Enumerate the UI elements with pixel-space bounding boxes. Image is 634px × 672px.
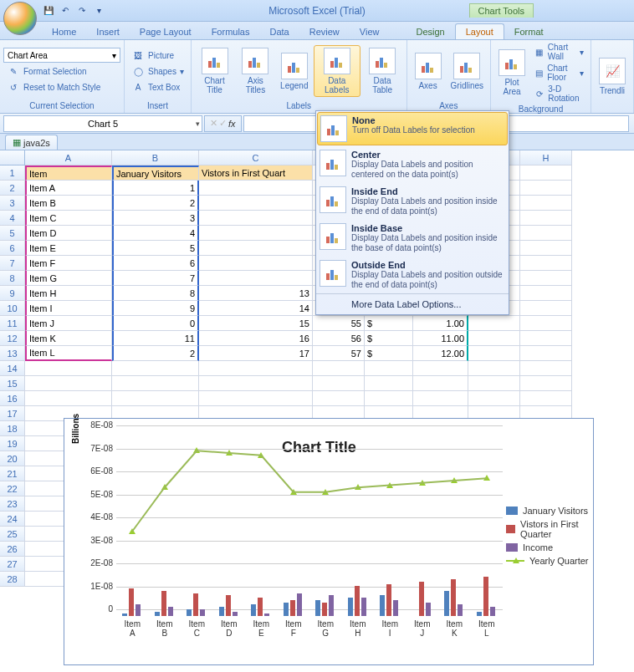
chart-wall-button[interactable]: ▦Chart Wall ▾ (531, 42, 587, 62)
cell-H16[interactable] (520, 391, 572, 406)
row-header-17[interactable]: 17 (0, 406, 25, 421)
cell-H11[interactable] (520, 316, 572, 331)
cell-E15[interactable] (365, 376, 413, 391)
cell-C13[interactable]: 17 (199, 346, 313, 361)
cell-A5[interactable]: Item D (25, 226, 112, 241)
cell-H2[interactable] (520, 181, 572, 196)
cell-H14[interactable] (520, 361, 572, 376)
cell-C11[interactable]: 15 (199, 316, 313, 331)
dropdown-item-none[interactable]: NoneTurn off Data Labels for selection (317, 112, 508, 145)
row-header-5[interactable]: 5 (0, 226, 25, 241)
cell-C15[interactable] (199, 376, 313, 391)
save-icon[interactable]: 💾 (42, 4, 55, 18)
bar-January-Visitors[interactable] (477, 612, 482, 617)
cell-C12[interactable]: 16 (199, 331, 313, 346)
cell-C2[interactable] (199, 181, 313, 196)
cell-B8[interactable]: 7 (112, 271, 199, 286)
row-header-20[interactable]: 20 (0, 451, 25, 466)
cell-B13[interactable]: 2 (112, 346, 199, 361)
cell-E13[interactable]: $ (365, 346, 413, 361)
cell-D16[interactable] (313, 391, 365, 406)
cell-B3[interactable]: 2 (112, 196, 199, 211)
cell-B1[interactable]: January Visitors (112, 165, 199, 181)
tab-design[interactable]: Design (406, 24, 454, 39)
dropdown-item-center[interactable]: CenterDisplay Data Labels and position c… (316, 146, 509, 183)
cell-H8[interactable] (520, 271, 572, 286)
picture-button[interactable]: 🖼Picture (128, 48, 187, 63)
bar-January-Visitors[interactable] (122, 613, 127, 616)
more-data-label-options[interactable]: More Data Label Options... (316, 293, 509, 314)
cell-H5[interactable] (520, 226, 572, 241)
axes-button[interactable]: Axes (411, 51, 446, 92)
cell-B10[interactable]: 9 (112, 301, 199, 316)
cell-G12[interactable] (468, 331, 520, 346)
column-header-A[interactable]: A (25, 150, 112, 165)
cell-A7[interactable]: Item F (25, 256, 112, 271)
cell-D13[interactable]: 57 (313, 346, 365, 361)
cell-B14[interactable] (112, 361, 199, 376)
cell-C3[interactable] (199, 196, 313, 211)
cell-F16[interactable] (413, 391, 468, 406)
enter-icon[interactable]: ✓ (219, 118, 227, 129)
cell-B2[interactable]: 1 (112, 181, 199, 196)
tab-layout[interactable]: Layout (455, 23, 504, 39)
row-header-4[interactable]: 4 (0, 211, 25, 226)
cell-E16[interactable] (365, 391, 413, 406)
cell-B6[interactable]: 5 (112, 241, 199, 256)
redo-icon[interactable]: ↷ (75, 4, 89, 18)
row-header-24[interactable]: 24 (0, 512, 25, 527)
trendline-button[interactable]: 📈Trendli (595, 56, 630, 97)
select-all-corner[interactable] (0, 150, 25, 165)
cell-B7[interactable]: 6 (112, 256, 199, 271)
cell-G16[interactable] (468, 391, 520, 406)
row-header-25[interactable]: 25 (0, 527, 25, 542)
row-header-2[interactable]: 2 (0, 181, 25, 196)
tab-home[interactable]: Home (42, 24, 86, 39)
axis-titles-button[interactable]: Axis Titles (236, 46, 275, 96)
dropdown-item-inside-end[interactable]: Inside EndDisplay Data Labels and positi… (316, 183, 509, 220)
cell-H3[interactable] (520, 196, 572, 211)
cell-E12[interactable]: $ (365, 331, 413, 346)
column-header-B[interactable]: B (112, 150, 199, 165)
row-header-23[interactable]: 23 (0, 496, 25, 512)
3d-rotation-button[interactable]: ⟳3-D Rotation (531, 84, 587, 104)
cell-B4[interactable]: 3 (112, 211, 199, 226)
row-header-13[interactable]: 13 (0, 346, 25, 361)
cell-A16[interactable] (25, 391, 112, 406)
row-header-22[interactable]: 22 (0, 481, 25, 496)
row-header-19[interactable]: 19 (0, 436, 25, 451)
plot-area-button[interactable]: Plot Area (494, 48, 529, 98)
row-header-15[interactable]: 15 (0, 376, 25, 391)
cell-F13[interactable]: 12.00 (413, 346, 468, 361)
bar-January-Visitors[interactable] (155, 612, 160, 617)
cell-D12[interactable]: 56 (313, 331, 365, 346)
cell-C8[interactable] (199, 271, 313, 286)
tab-insert[interactable]: Insert (86, 24, 130, 39)
cell-C6[interactable] (199, 241, 313, 256)
cell-H1[interactable] (520, 165, 572, 181)
office-button[interactable] (3, 2, 37, 35)
legend-item[interactable]: January Visitors (506, 506, 593, 516)
dropdown-item-outside-end[interactable]: Outside EndDisplay Data Labels and posit… (316, 257, 509, 293)
row-header-3[interactable]: 3 (0, 196, 25, 211)
cell-G11[interactable] (468, 316, 520, 331)
cell-A10[interactable]: Item I (25, 301, 112, 316)
dropdown-item-inside-base[interactable]: Inside BaseDisplay Data Labels and posit… (316, 220, 509, 257)
cell-G15[interactable] (468, 376, 520, 391)
bar-Income[interactable] (233, 612, 238, 617)
row-header-10[interactable]: 10 (0, 301, 25, 316)
row-header-1[interactable]: 1 (0, 165, 25, 181)
column-header-C[interactable]: C (199, 150, 313, 165)
row-header-21[interactable]: 21 (0, 466, 25, 481)
row-header-26[interactable]: 26 (0, 542, 25, 557)
cell-C14[interactable] (199, 361, 313, 376)
row-header-16[interactable]: 16 (0, 391, 25, 406)
tab-view[interactable]: View (350, 24, 390, 39)
cell-D15[interactable] (313, 376, 365, 391)
cell-C4[interactable] (199, 211, 313, 226)
row-header-11[interactable]: 11 (0, 316, 25, 331)
row-header-18[interactable]: 18 (0, 421, 25, 436)
qat-customize-icon[interactable]: ▾ (92, 4, 105, 18)
cell-A3[interactable]: Item B (25, 196, 112, 211)
chart-legend[interactable]: January VisitorsVistors in First Quarter… (506, 502, 593, 569)
